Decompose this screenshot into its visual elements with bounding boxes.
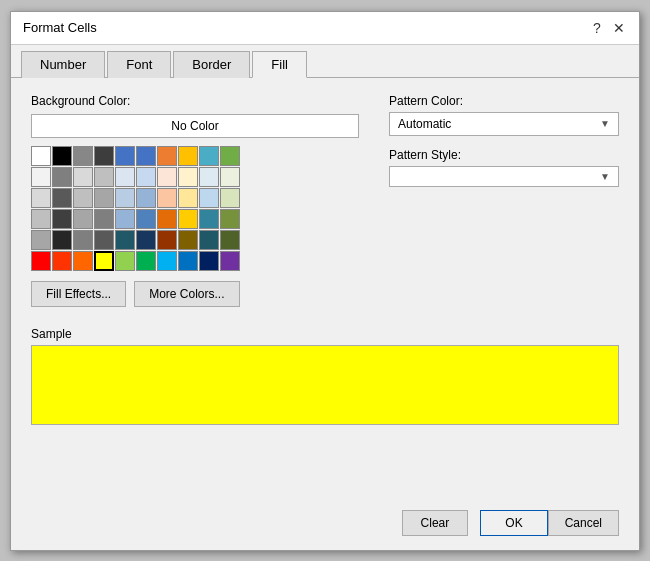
clear-button[interactable]: Clear	[402, 510, 469, 536]
color-cell[interactable]	[31, 251, 51, 271]
color-cell[interactable]	[157, 167, 177, 187]
color-cell[interactable]	[220, 146, 240, 166]
color-cell[interactable]	[73, 251, 93, 271]
help-button[interactable]: ?	[589, 20, 605, 36]
extra-buttons-row: Fill Effects... More Colors...	[31, 281, 359, 307]
color-grid	[31, 146, 359, 271]
color-cell[interactable]	[157, 146, 177, 166]
color-cell[interactable]	[199, 146, 219, 166]
color-cell[interactable]	[220, 188, 240, 208]
tab-fill[interactable]: Fill	[252, 51, 307, 78]
color-cell[interactable]	[31, 188, 51, 208]
pattern-color-dropdown[interactable]: Automatic ▼	[389, 112, 619, 136]
color-cell[interactable]	[52, 188, 72, 208]
color-cell[interactable]	[73, 146, 93, 166]
background-color-label: Background Color:	[31, 94, 359, 108]
title-bar: Format Cells ? ✕	[11, 12, 639, 45]
color-cell[interactable]	[52, 167, 72, 187]
dialog-title: Format Cells	[23, 20, 97, 35]
left-panel: Background Color: No Color Fill Effects.…	[31, 94, 359, 307]
sample-preview	[31, 345, 619, 425]
color-cell[interactable]	[115, 251, 135, 271]
color-cell[interactable]	[31, 167, 51, 187]
more-colors-button[interactable]: More Colors...	[134, 281, 239, 307]
pattern-color-row: Pattern Color: Automatic ▼	[389, 94, 619, 136]
pattern-color-label: Pattern Color:	[389, 94, 619, 108]
color-cell[interactable]	[52, 230, 72, 250]
sample-label: Sample	[31, 327, 619, 341]
color-cell[interactable]	[31, 209, 51, 229]
color-cell[interactable]	[31, 146, 51, 166]
color-cell[interactable]	[115, 167, 135, 187]
main-content: Background Color: No Color Fill Effects.…	[11, 78, 639, 500]
pattern-style-dropdown[interactable]: ▼	[389, 166, 619, 187]
color-cell[interactable]	[136, 209, 156, 229]
color-cell[interactable]	[199, 251, 219, 271]
tab-font[interactable]: Font	[107, 51, 171, 78]
color-cell[interactable]	[199, 230, 219, 250]
color-cell[interactable]	[115, 188, 135, 208]
color-cell[interactable]	[94, 209, 114, 229]
sample-section: Sample	[31, 327, 619, 425]
dialog-footer: Clear OK Cancel	[11, 500, 639, 550]
color-cell[interactable]	[178, 251, 198, 271]
color-cell[interactable]	[199, 188, 219, 208]
pattern-color-arrow-icon: ▼	[600, 118, 610, 129]
color-cell[interactable]	[136, 167, 156, 187]
color-row	[31, 146, 359, 166]
color-cell[interactable]	[73, 167, 93, 187]
color-cell[interactable]	[220, 167, 240, 187]
color-cell[interactable]	[115, 146, 135, 166]
color-cell[interactable]	[136, 251, 156, 271]
color-row	[31, 251, 359, 271]
color-cell[interactable]	[157, 230, 177, 250]
color-cell[interactable]	[94, 230, 114, 250]
color-cell[interactable]	[220, 251, 240, 271]
pattern-style-label: Pattern Style:	[389, 148, 619, 162]
color-cell[interactable]	[178, 167, 198, 187]
format-cells-dialog: Format Cells ? ✕ Number Font Border Fill…	[10, 11, 640, 551]
color-cell[interactable]	[178, 188, 198, 208]
color-row	[31, 230, 359, 250]
pattern-style-row: Pattern Style: ▼	[389, 148, 619, 187]
color-cell[interactable]	[115, 230, 135, 250]
color-cell[interactable]	[115, 209, 135, 229]
color-cell[interactable]	[178, 146, 198, 166]
color-cell[interactable]	[136, 230, 156, 250]
color-cell[interactable]	[94, 146, 114, 166]
color-cell[interactable]	[73, 209, 93, 229]
pattern-style-arrow-icon: ▼	[600, 171, 610, 182]
tab-border[interactable]: Border	[173, 51, 250, 78]
color-cell[interactable]	[157, 188, 177, 208]
color-cell[interactable]	[52, 251, 72, 271]
fill-effects-button[interactable]: Fill Effects...	[31, 281, 126, 307]
color-cell[interactable]	[94, 188, 114, 208]
color-cell[interactable]	[178, 230, 198, 250]
color-cell[interactable]	[52, 146, 72, 166]
color-cell[interactable]	[157, 209, 177, 229]
color-cell[interactable]	[220, 209, 240, 229]
cancel-button[interactable]: Cancel	[548, 510, 619, 536]
color-cell[interactable]	[52, 209, 72, 229]
color-cell[interactable]	[73, 188, 93, 208]
color-cell[interactable]	[178, 209, 198, 229]
color-row	[31, 167, 359, 187]
no-color-button[interactable]: No Color	[31, 114, 359, 138]
color-cell[interactable]	[157, 251, 177, 271]
color-row	[31, 209, 359, 229]
color-cell[interactable]	[94, 251, 114, 271]
tab-bar: Number Font Border Fill	[11, 45, 639, 78]
pattern-color-value: Automatic	[398, 117, 451, 131]
color-cell[interactable]	[136, 146, 156, 166]
ok-button[interactable]: OK	[480, 510, 547, 536]
color-cell[interactable]	[94, 167, 114, 187]
color-cell[interactable]	[199, 167, 219, 187]
tab-number[interactable]: Number	[21, 51, 105, 78]
right-panel: Pattern Color: Automatic ▼ Pattern Style…	[389, 94, 619, 199]
color-cell[interactable]	[73, 230, 93, 250]
close-button[interactable]: ✕	[611, 20, 627, 36]
color-cell[interactable]	[31, 230, 51, 250]
color-cell[interactable]	[220, 230, 240, 250]
color-cell[interactable]	[199, 209, 219, 229]
color-cell[interactable]	[136, 188, 156, 208]
